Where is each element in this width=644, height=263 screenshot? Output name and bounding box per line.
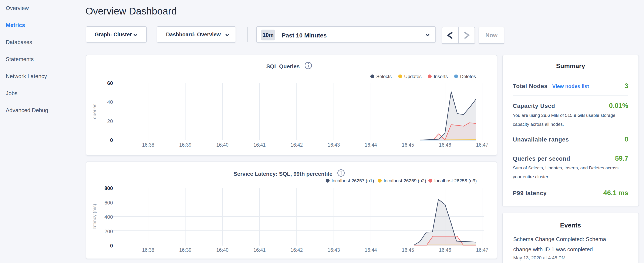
svg-text:16:44: 16:44 bbox=[365, 247, 377, 253]
svg-text:Selects: Selects bbox=[376, 74, 392, 79]
svg-text:Deletes: Deletes bbox=[460, 74, 476, 79]
svg-text:0: 0 bbox=[110, 137, 113, 143]
svg-text:20: 20 bbox=[107, 118, 113, 124]
svg-text:16:45: 16:45 bbox=[402, 142, 414, 148]
svg-text:16:43: 16:43 bbox=[328, 247, 340, 253]
svg-text:0: 0 bbox=[110, 243, 113, 248]
svg-text:16:40: 16:40 bbox=[216, 247, 228, 253]
svg-text:16:39: 16:39 bbox=[179, 142, 192, 148]
svg-text:16:46: 16:46 bbox=[439, 247, 451, 253]
svg-text:16:39: 16:39 bbox=[179, 247, 192, 253]
svg-text:latency (ms): latency (ms) bbox=[92, 204, 97, 229]
svg-text:Updates: Updates bbox=[404, 74, 422, 79]
svg-text:localhost:26259 (n2): localhost:26259 (n2) bbox=[384, 178, 426, 183]
svg-text:16:45: 16:45 bbox=[402, 247, 414, 253]
svg-text:60: 60 bbox=[107, 80, 113, 86]
svg-text:400: 400 bbox=[104, 214, 113, 220]
svg-text:Inserts: Inserts bbox=[434, 74, 448, 79]
svg-text:16:44: 16:44 bbox=[365, 142, 377, 148]
svg-text:16:46: 16:46 bbox=[439, 142, 451, 148]
svg-text:16:43: 16:43 bbox=[328, 142, 340, 148]
svg-text:localhost:26257 (n1): localhost:26257 (n1) bbox=[332, 178, 374, 183]
svg-text:200: 200 bbox=[104, 228, 113, 234]
svg-text:16:41: 16:41 bbox=[254, 247, 266, 253]
svg-text:40: 40 bbox=[107, 99, 113, 105]
svg-text:16:42: 16:42 bbox=[290, 142, 303, 148]
svg-text:16:38: 16:38 bbox=[142, 247, 154, 253]
svg-text:16:47: 16:47 bbox=[476, 247, 488, 253]
svg-text:queries: queries bbox=[92, 104, 97, 119]
svg-text:16:47: 16:47 bbox=[476, 142, 488, 148]
svg-text:600: 600 bbox=[104, 200, 113, 205]
svg-text:16:40: 16:40 bbox=[216, 142, 228, 148]
svg-text:16:38: 16:38 bbox=[142, 142, 154, 148]
svg-text:800: 800 bbox=[104, 185, 113, 191]
svg-text:localhost:26258 (n3): localhost:26258 (n3) bbox=[434, 178, 477, 183]
svg-text:16:42: 16:42 bbox=[290, 247, 303, 253]
svg-text:16:41: 16:41 bbox=[254, 142, 266, 148]
